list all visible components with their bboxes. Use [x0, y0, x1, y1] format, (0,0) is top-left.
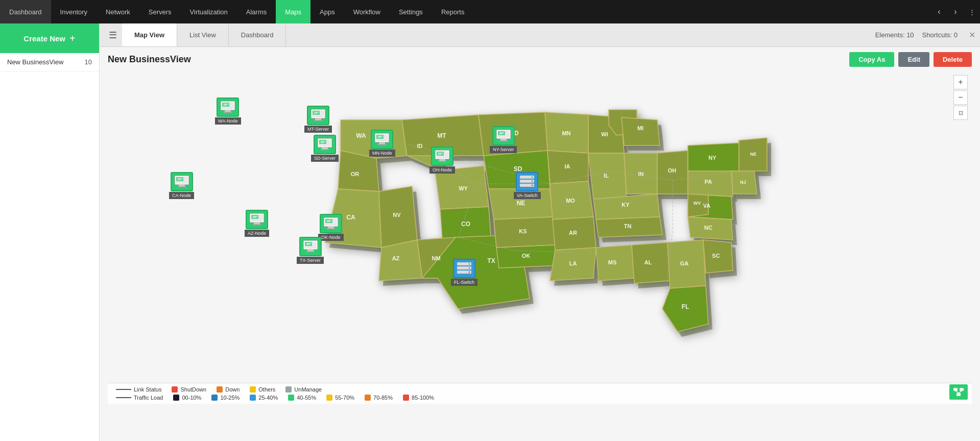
hamburger-icon[interactable]: ☰	[104, 23, 122, 46]
svg-point-187	[532, 185, 533, 186]
nav-inventory[interactable]: Inventory	[51, 0, 97, 23]
create-new-button[interactable]: Create New +	[0, 23, 99, 53]
legend-t7: 85-100%	[403, 395, 434, 401]
nav-prev-arrow[interactable]: ‹	[931, 0, 947, 23]
svg-text:FL: FL	[682, 303, 689, 310]
svg-text:NJ: NJ	[740, 180, 746, 185]
shortcuts-label: Shortcuts: 0	[922, 31, 958, 39]
tab-list-view[interactable]: List View	[177, 23, 229, 46]
legend-down-dot	[217, 386, 223, 393]
nav-next-arrow[interactable]: ›	[947, 0, 964, 23]
nav-more-options[interactable]: ⋮	[964, 0, 980, 23]
content-header: New BusinessView Copy As Edit Delete	[100, 47, 980, 71]
zoom-reset-button[interactable]: ⊡	[953, 106, 968, 120]
map-svg-wrapper[interactable]: WA OR CA NV ID MT WY AZ NM CO TX ND SD N…	[108, 71, 951, 404]
legend-t2-dot	[211, 395, 218, 401]
nav-virtualization[interactable]: Virtualization	[181, 0, 237, 23]
legend-shutdown-label: ShutDown	[180, 386, 206, 393]
device-tx[interactable]: TX-Server	[297, 237, 324, 264]
device-oh-label: OH-Node	[429, 166, 455, 174]
legend-unmanage-dot	[285, 386, 292, 393]
nav-dashboard[interactable]: Dashboard	[0, 0, 51, 23]
delete-button[interactable]: Delete	[934, 52, 972, 67]
svg-rect-139	[314, 120, 322, 121]
svg-rect-159	[322, 148, 328, 149]
zoom-in-button[interactable]: +	[953, 75, 968, 89]
device-wa[interactable]: WA-Node	[215, 97, 241, 125]
network-topology-button[interactable]	[949, 384, 968, 400]
tab-close-button[interactable]: ✕	[964, 23, 980, 46]
nav-apps[interactable]: Apps	[310, 0, 344, 23]
device-tx-label: TX-Server	[297, 257, 324, 264]
zoom-out-button[interactable]: −	[953, 90, 968, 105]
svg-text:WI: WI	[601, 131, 608, 137]
nav-network[interactable]: Network	[97, 0, 139, 23]
svg-text:WA: WA	[356, 132, 366, 139]
svg-rect-173	[439, 159, 445, 161]
legend-unmanage-label: UnManage	[294, 386, 322, 393]
legend-link-line	[116, 389, 131, 390]
device-sd-label: SD-Server	[311, 155, 339, 162]
svg-text:LA: LA	[569, 260, 577, 266]
tab-bar: ☰ Map View List View Dashboard Elements:…	[100, 23, 980, 47]
svg-text:AZ: AZ	[392, 255, 400, 261]
svg-rect-194	[253, 224, 261, 225]
device-ca[interactable]: CA-Node	[169, 172, 194, 199]
svg-text:MT: MT	[437, 132, 446, 139]
legend-others: Others	[250, 386, 275, 393]
svg-text:ID: ID	[417, 143, 423, 149]
device-ca-label: CA-Node	[169, 192, 194, 199]
svg-point-186	[532, 181, 533, 182]
svg-point-185	[532, 177, 533, 178]
legend-link-status: Link Status	[116, 386, 161, 393]
svg-rect-197	[325, 219, 332, 223]
svg-text:TN: TN	[624, 223, 632, 229]
svg-text:IN: IN	[638, 171, 644, 177]
svg-text:WY: WY	[459, 185, 468, 191]
svg-text:SD: SD	[514, 165, 522, 173]
legend-t5-dot	[326, 395, 332, 401]
nav-settings[interactable]: Settings	[390, 0, 432, 23]
svg-rect-142	[222, 103, 229, 107]
legend-others-label: Others	[258, 386, 275, 393]
tab-map-view[interactable]: Map View	[122, 23, 177, 46]
svg-text:WV: WV	[694, 201, 701, 206]
svg-text:PA: PA	[705, 179, 712, 185]
nav-servers[interactable]: Servers	[139, 0, 181, 23]
device-sd[interactable]: SD-Server	[311, 135, 339, 162]
legend-unmanage: UnManage	[285, 386, 322, 393]
device-fl[interactable]: FL-Switch	[451, 259, 477, 286]
legend-t2-label: 10-25%	[220, 395, 240, 401]
edit-button[interactable]: Edit	[898, 52, 929, 67]
svg-rect-190	[251, 215, 258, 219]
nav-maps[interactable]: Maps	[276, 0, 310, 23]
nav-reports[interactable]: Reports	[432, 0, 474, 23]
tab-dashboard[interactable]: Dashboard	[229, 23, 286, 46]
svg-rect-217	[957, 393, 961, 396]
device-ny[interactable]: NY-Server	[490, 126, 517, 153]
device-mn[interactable]: MN-Node	[369, 130, 395, 157]
map-container: WA OR CA NV ID MT WY AZ NM CO TX ND SD N…	[108, 71, 972, 404]
create-new-label: Create New	[23, 34, 65, 43]
legend-t5-label: 55-70%	[335, 395, 354, 401]
svg-rect-135	[313, 111, 320, 115]
copy-as-button[interactable]: Copy As	[849, 52, 894, 67]
device-va[interactable]: VA-Switch	[514, 172, 541, 199]
device-mt[interactable]: MT-Server	[304, 106, 332, 133]
sidebar-item-businessview[interactable]: New BusinessView 10	[0, 53, 99, 71]
device-oh[interactable]: OH-Node	[429, 146, 455, 174]
device-wa-label: WA-Node	[215, 117, 241, 125]
legend-t1-dot	[173, 395, 179, 401]
svg-text:VA: VA	[703, 203, 711, 209]
legend-row-status: Link Status ShutDown Down Others	[116, 386, 964, 393]
legend-t3-label: 25-40%	[258, 395, 278, 401]
device-az[interactable]: AZ-Node	[245, 210, 269, 237]
svg-text:MS: MS	[608, 259, 617, 265]
device-fl-label: FL-Switch	[451, 279, 477, 286]
nav-workflow[interactable]: Workflow	[344, 0, 390, 23]
nav-alarms[interactable]: Alarms	[237, 0, 276, 23]
sidebar-item-count: 10	[85, 58, 92, 66]
top-nav: Dashboard Inventory Network Servers Virt…	[0, 0, 980, 23]
legend-row-traffic: Traffic Load 00-10% 10-25% 25-40%	[116, 395, 964, 401]
svg-point-212	[469, 263, 470, 265]
